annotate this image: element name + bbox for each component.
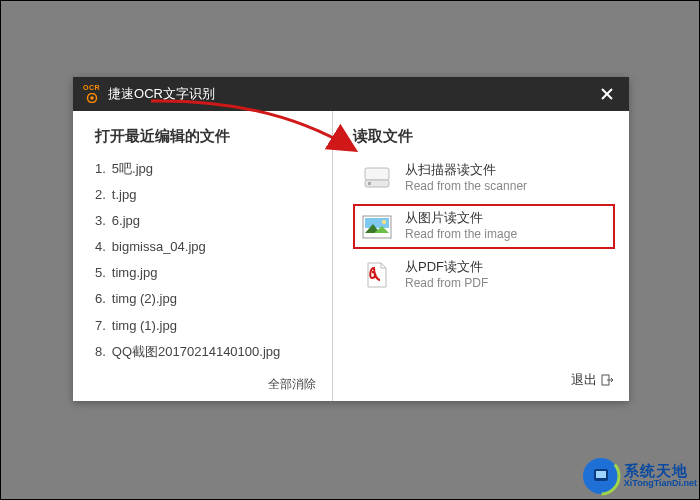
list-item[interactable]: 1.5吧.jpg (95, 156, 322, 182)
eye-icon (85, 91, 99, 105)
recent-panel: 打开最近编辑的文件 1.5吧.jpg 2.t.jpg 3.6.jpg 4.big… (73, 111, 333, 401)
window-title: 捷速OCR文字识别 (108, 85, 593, 103)
read-heading: 读取文件 (353, 127, 615, 146)
list-item[interactable]: 8.QQ截图20170214140100.jpg (95, 339, 322, 365)
exit-icon (601, 373, 615, 387)
option-cn: 从图片读文件 (405, 210, 517, 227)
close-button[interactable] (593, 80, 621, 108)
watermark: 系统天地 XiTongTianDi.net (580, 455, 697, 497)
watermark-icon (580, 455, 622, 497)
svg-rect-6 (368, 182, 371, 185)
exit-button[interactable]: 退出 (353, 371, 615, 393)
pdf-icon (361, 261, 393, 289)
read-from-pdf[interactable]: 从PDF读文件 Read from PDF (353, 253, 615, 297)
titlebar: OCR 捷速OCR文字识别 (73, 77, 629, 111)
list-item[interactable]: 3.6.jpg (95, 208, 322, 234)
list-item[interactable]: 2.t.jpg (95, 182, 322, 208)
scanner-icon (361, 164, 393, 192)
read-from-image[interactable]: 从图片读文件 Read from the image (353, 204, 615, 248)
option-en: Read from PDF (405, 276, 488, 292)
option-en: Read from the image (405, 227, 517, 243)
list-item[interactable]: 7.timg (1).jpg (95, 313, 322, 339)
svg-rect-4 (365, 168, 389, 180)
svg-rect-16 (596, 471, 606, 478)
recent-list: 1.5吧.jpg 2.t.jpg 3.6.jpg 4.bigmissa_04.j… (95, 156, 322, 376)
option-cn: 从扫描器读文件 (405, 162, 527, 179)
clear-all-button[interactable]: 全部消除 (95, 376, 322, 393)
dialog-body: 打开最近编辑的文件 1.5吧.jpg 2.t.jpg 3.6.jpg 4.big… (73, 111, 629, 401)
option-cn: 从PDF读文件 (405, 259, 488, 276)
list-item[interactable]: 5.timg.jpg (95, 260, 322, 286)
option-en: Read from the scanner (405, 179, 527, 195)
read-from-scanner[interactable]: 从扫描器读文件 Read from the scanner (353, 156, 615, 200)
list-item[interactable]: 4.bigmissa_04.jpg (95, 234, 322, 260)
read-panel: 读取文件 从扫描器读文件 Read from the scanner (333, 111, 629, 401)
app-logo: OCR (83, 84, 100, 105)
ocr-start-dialog: OCR 捷速OCR文字识别 打开最近编辑的文件 1.5吧.jpg 2.t.jpg… (73, 77, 629, 401)
list-item[interactable]: 6.timg (2).jpg (95, 286, 322, 312)
watermark-url: XiTongTianDi.net (624, 479, 697, 489)
watermark-title: 系统天地 (624, 463, 697, 480)
svg-point-1 (90, 96, 94, 100)
svg-point-11 (382, 220, 386, 224)
image-icon (361, 213, 393, 241)
recent-heading: 打开最近编辑的文件 (95, 127, 322, 146)
logo-text: OCR (83, 84, 100, 91)
